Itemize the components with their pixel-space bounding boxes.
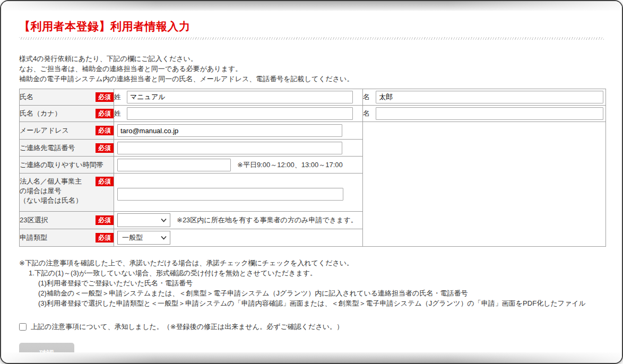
notice-line-5: (3)利用者登録で選択した申請類型と＜一般型＞申請システムの「申請内容確認」画面…	[19, 298, 604, 308]
top-gloss-bar	[1, 1, 622, 11]
kana-first-name-label: 名	[363, 109, 370, 118]
kana-last-name-input[interactable]	[127, 107, 353, 120]
ward-note: ※23区内に所在地を有する事業者の方のみ申請できます。	[177, 216, 358, 224]
company-name-input[interactable]	[117, 188, 343, 201]
phone-row-label: ご連絡先電話番号	[20, 143, 75, 153]
intro-line-1: 様式4の発行依頼にあたり、下記の欄にご記入ください。	[19, 54, 604, 64]
required-badge: 必須	[96, 143, 114, 153]
name-row-label: 氏名	[20, 92, 33, 102]
contact-time-note: ※平日9:00～12:00、13:00～17:00	[237, 161, 343, 169]
agreement-checkbox[interactable]	[19, 323, 27, 331]
chevron-down-icon	[161, 236, 167, 240]
bottom-gloss-bar	[1, 352, 622, 363]
title-divider	[19, 37, 604, 40]
table-row: 氏名 必須 姓 名	[20, 89, 606, 106]
notice-line-2: 1.下記の(1)～(3)が一致していない場合、形式確認の受け付けを無効とさせてい…	[19, 268, 604, 278]
page-frame: 【利用者本登録】利用者情報入力 様式4の発行依頼にあたり、下記の欄にご記入くださ…	[1, 1, 622, 363]
kana-first-name-input[interactable]	[376, 107, 603, 120]
notice-line-4: (2)補助金の＜一般型＞申請システムまたは、＜創業型＞電子申請システム（Jグラン…	[19, 288, 604, 298]
notice-section: ※下記の注意事項を確認した上で、承諾いただける場合は、承諾チェック欄にチェックを…	[19, 258, 604, 308]
contact-time-input[interactable]	[117, 159, 231, 171]
intro-line-2: なお、ご担当者は、補助金の連絡担当者と同一である必要があります。	[19, 64, 604, 74]
first-name-input[interactable]	[376, 91, 603, 103]
first-name-label: 名	[363, 92, 370, 102]
kana-last-name-label: 姓	[114, 109, 121, 118]
required-badge: 必須	[96, 215, 114, 225]
application-type-row-label: 申請類型	[20, 233, 47, 242]
last-name-input[interactable]	[127, 91, 353, 103]
required-badge: 必須	[96, 233, 114, 242]
last-name-label: 姓	[114, 92, 121, 102]
contact-time-row-label: ご連絡の取りやすい時間帯	[20, 160, 103, 170]
ward-select[interactable]	[117, 213, 170, 227]
notice-line-3: (1)利用者登録でご登録いただいた氏名・電話番号	[19, 278, 604, 288]
chevron-down-icon	[161, 218, 167, 222]
required-badge: 必須	[96, 177, 114, 186]
table-row: 氏名（カナ） 必須 姓 名	[20, 106, 606, 122]
user-info-form-table: 氏名 必須 姓 名 氏名（カナ） 必須	[19, 89, 606, 247]
email-row-label: メールアドレス	[20, 126, 69, 135]
empty-merged-cell	[363, 122, 606, 247]
intro-text: 様式4の発行依頼にあたり、下記の欄にご記入ください。 なお、ご担当者は、補助金の…	[19, 54, 604, 84]
kana-row-label: 氏名（カナ）	[20, 109, 62, 118]
application-type-select[interactable]: 一般型	[117, 231, 170, 245]
company-name-row-label: 法人名／個人事業主 の場合は屋号 （ない場合は氏名）	[20, 177, 82, 205]
phone-input[interactable]	[117, 142, 342, 154]
required-badge: 必須	[96, 126, 114, 135]
agreement-row: 上記の注意事項について、承知しました。（※登録後の修正は出来ません。必ずご確認く…	[19, 322, 604, 332]
table-row: メールアドレス 必須	[20, 122, 606, 140]
notice-line-1: ※下記の注意事項を確認した上で、承諾いただける場合は、承諾チェック欄にチェックを…	[19, 258, 604, 268]
ward-row-label: 23区選択	[20, 215, 48, 225]
required-badge: 必須	[96, 92, 114, 102]
required-badge: 必須	[96, 109, 114, 118]
email-input[interactable]	[117, 124, 342, 137]
page-title: 【利用者本登録】利用者情報入力	[19, 19, 604, 34]
agreement-label: 上記の注意事項について、承知しました。（※登録後の修正は出来ません。必ずご確認く…	[31, 322, 343, 332]
application-type-select-value: 一般型	[122, 233, 143, 242]
main-content: 【利用者本登録】利用者情報入力 様式4の発行依頼にあたり、下記の欄にご記入くださ…	[1, 11, 622, 363]
intro-line-3: 補助金の電子申請システム内の連絡担当者と同一の氏名、メールアドレス、電話番号を記…	[19, 74, 604, 84]
